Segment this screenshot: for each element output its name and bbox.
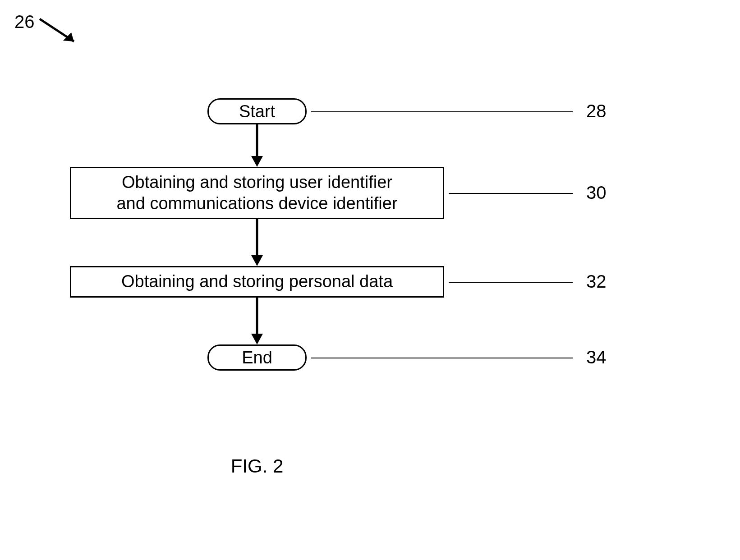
svg-marker-1: [63, 32, 74, 41]
ref-end: 34: [586, 347, 607, 367]
end-terminal: End: [207, 344, 307, 371]
ref-step2: 32: [586, 271, 607, 292]
arrow-3-line: [256, 298, 258, 334]
diagram-ref-label: 26: [14, 12, 35, 32]
diagram-ref-arrow: [40, 19, 94, 55]
arrow-1-head: [251, 156, 263, 167]
arrow-3-head: [251, 334, 263, 344]
arrow-2-line: [256, 219, 258, 255]
process-step1: Obtaining and storing user identifier an…: [70, 167, 444, 219]
start-terminal: Start: [207, 98, 307, 124]
ref-step1: 30: [586, 183, 607, 203]
arrow-2-head: [251, 255, 263, 266]
figure-caption: FIG. 2: [231, 455, 284, 477]
leader-step1: [449, 193, 573, 194]
leader-end: [311, 358, 573, 358]
leader-start: [311, 111, 573, 112]
leader-step2: [449, 282, 573, 283]
ref-start: 28: [586, 101, 607, 121]
process-step2: Obtaining and storing personal data: [70, 266, 444, 298]
arrow-1-line: [256, 124, 258, 156]
